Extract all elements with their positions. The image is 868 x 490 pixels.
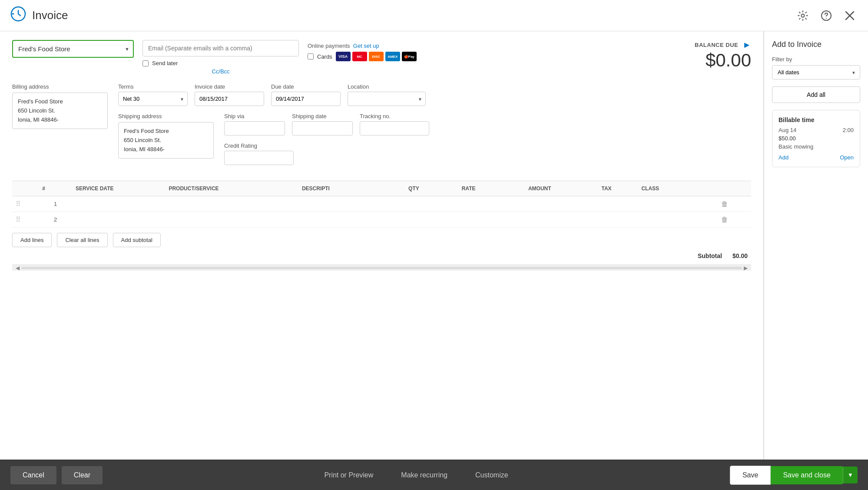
ship-via-input[interactable]	[224, 121, 285, 136]
tax-2[interactable]	[602, 215, 635, 224]
location-select[interactable]	[348, 92, 426, 106]
invoice-app-icon	[10, 6, 26, 25]
drag-handle-1[interactable]: ⠿	[16, 200, 21, 208]
save-close-button[interactable]: Save and close	[771, 466, 842, 484]
credit-rating-label: Credit Rating	[224, 142, 294, 149]
scroll-track[interactable]	[21, 267, 742, 269]
billing-line3: Ionia, MI 48846-	[18, 116, 102, 125]
print-preview-button[interactable]: Print or Preview	[319, 466, 378, 484]
col-header-rate: RATE	[458, 181, 525, 196]
svg-point-4	[826, 18, 827, 19]
product-1[interactable]	[169, 200, 295, 208]
shipping-address-label: Shipping address	[118, 113, 214, 119]
bottom-right-actions: Save Save and close ▼	[730, 466, 858, 485]
table-row: ⠿ 1 🗑	[12, 196, 751, 212]
balance-row: BALANCE DUE ►	[695, 40, 751, 50]
invoice-date-input[interactable]	[195, 92, 264, 106]
terms-select-wrap: Net 30	[118, 92, 188, 106]
send-later-checkbox[interactable]	[142, 60, 149, 66]
due-date-group: Due date	[271, 83, 341, 106]
billing-address-block: Billing address Fred's Food Store 650 Li…	[12, 83, 108, 172]
shipping-address-box[interactable]: Fred's Food Store 650 Lincoln St. Ionia,…	[118, 122, 214, 159]
fields-row-1: Terms Net 30 Invoice date	[118, 83, 751, 106]
cancel-button[interactable]: Cancel	[10, 466, 56, 484]
col-header-amount: AMOUNT	[525, 181, 598, 196]
rate-1[interactable]	[462, 200, 521, 208]
save-button[interactable]: Save	[730, 466, 771, 485]
line-items-section: # SERVICE DATE PRODUCT/SERVICE DESCRIPTI…	[12, 181, 751, 265]
close-icon	[845, 11, 855, 20]
clear-button[interactable]: Clear	[62, 466, 103, 484]
col-header-desc: DESCRIPTI	[298, 181, 405, 196]
product-2[interactable]	[169, 215, 295, 224]
add-all-button[interactable]: Add all	[772, 86, 860, 103]
class-2[interactable]	[641, 215, 714, 224]
customer-select-wrapper: Fred's Food Store	[12, 40, 134, 58]
delete-row-2[interactable]: 🗑	[721, 216, 728, 223]
amex-icon: AMEX	[385, 52, 400, 61]
billable-date: Aug 14	[779, 127, 796, 133]
credit-rating-input[interactable]	[224, 151, 294, 165]
desc-2[interactable]	[302, 215, 401, 224]
terms-select[interactable]: Net 30	[118, 92, 188, 106]
get-set-up-link[interactable]: Get set up	[353, 43, 379, 49]
billing-address-box[interactable]: Fred's Food Store 650 Lincoln St. Ionia,…	[12, 93, 108, 129]
make-recurring-button[interactable]: Make recurring	[396, 466, 453, 484]
filter-select[interactable]: All dates	[772, 65, 860, 79]
service-date-1[interactable]	[76, 200, 162, 208]
filter-label: Filter by	[772, 56, 860, 63]
customize-button[interactable]: Customize	[470, 466, 514, 484]
email-input[interactable]	[142, 40, 299, 56]
shipping-line2: 650 Lincoln St.	[124, 136, 208, 145]
tracking-no-label: Tracking no.	[360, 113, 429, 119]
tax-1[interactable]	[602, 200, 635, 208]
terms-group: Terms Net 30	[118, 83, 188, 106]
shipping-address-and-fields: Shipping address Fred's Food Store 650 L…	[118, 113, 751, 172]
amount-2[interactable]	[528, 215, 595, 224]
billing-line1: Fred's Food Store	[18, 97, 102, 106]
help-button[interactable]	[818, 8, 834, 23]
customer-select[interactable]: Fred's Food Store	[12, 40, 134, 58]
scroll-right-arrow[interactable]: ▶	[742, 265, 749, 271]
billing-address-label: Billing address	[12, 83, 108, 90]
send-later-label: Send later	[152, 60, 178, 66]
horizontal-scrollbar[interactable]: ◀ ▶	[12, 265, 751, 271]
amount-1[interactable]	[528, 200, 595, 208]
cards-checkbox[interactable]	[308, 53, 314, 60]
add-lines-button[interactable]: Add lines	[12, 233, 52, 247]
qty-1[interactable]	[408, 200, 455, 208]
tracking-no-input[interactable]	[360, 121, 429, 136]
fields-section: Terms Net 30 Invoice date	[118, 83, 751, 172]
location-select-wrap	[348, 92, 426, 106]
header-actions	[795, 8, 858, 23]
settings-button[interactable]	[795, 8, 811, 23]
save-close-dropdown-button[interactable]: ▼	[843, 467, 858, 483]
due-date-input[interactable]	[271, 92, 341, 106]
billing-line2: 650 Lincoln St.	[18, 106, 102, 116]
class-1[interactable]	[641, 200, 714, 208]
service-date-2[interactable]	[76, 215, 162, 224]
shipping-date-input[interactable]	[292, 121, 353, 136]
address-fields-row: Billing address Fred's Food Store 650 Li…	[12, 83, 751, 172]
cc-bcc-link[interactable]: Cc/Bcc	[142, 68, 299, 75]
visa-icon: VISA	[336, 52, 351, 61]
balance-arrow-icon[interactable]: ►	[742, 40, 751, 50]
clear-all-lines-button[interactable]: Clear all lines	[57, 233, 107, 247]
billable-open-link[interactable]: Open	[840, 154, 854, 161]
email-section: Send later Cc/Bcc	[142, 40, 299, 75]
drag-handle-2[interactable]: ⠿	[16, 216, 21, 223]
rate-2[interactable]	[462, 215, 521, 224]
col-header-num: #	[39, 181, 72, 196]
add-to-invoice-sidebar: Add to Invoice Filter by All dates Add a…	[764, 31, 868, 460]
tracking-no-group: Tracking no.	[360, 113, 429, 136]
qty-2[interactable]	[408, 215, 455, 224]
shipping-date-group: Shipping date	[292, 113, 353, 136]
desc-1[interactable]	[302, 200, 401, 208]
billable-amount: $50.00	[779, 135, 854, 142]
scroll-left-arrow[interactable]: ◀	[14, 265, 21, 271]
delete-row-1[interactable]: 🗑	[721, 200, 728, 208]
close-button[interactable]	[842, 8, 858, 23]
billable-add-link[interactable]: Add	[779, 154, 788, 161]
app-window: Invoice	[0, 0, 868, 490]
add-subtotal-button[interactable]: Add subtotal	[113, 233, 161, 247]
